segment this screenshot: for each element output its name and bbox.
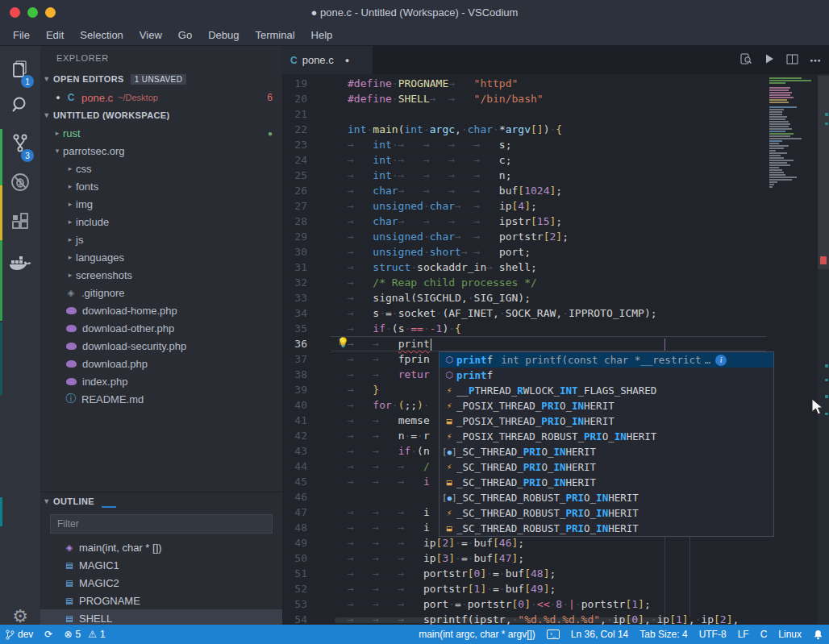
menu-debug[interactable]: Debug [200,26,247,44]
workspace-header[interactable]: ▼ UNTITLED (WORKSPACE) [40,106,282,124]
tree-item-screenshots[interactable]: ▸screenshots [40,266,282,284]
code-line-32[interactable]: 32→ /* Reap child processes */ [282,275,739,290]
code-line-51[interactable]: 51→ → → portstr[0]·=·buf[48]; [282,566,739,581]
tree-item-download-other-php[interactable]: download-other.php [40,319,282,337]
os-indicator[interactable]: Linux [773,625,807,644]
menu-go[interactable]: Go [170,26,200,44]
cursor-position[interactable]: Ln 36, Col 14 [565,625,634,644]
suggest-item[interactable]: ⬓_POSIX_THREAD_PRIO_INHERIT [439,413,773,429]
open-preview-icon[interactable] [739,52,752,68]
code-line-52[interactable]: 52→ → → portstr[1]·=·buf[49]; [282,581,739,596]
tab-size-indicator[interactable]: Tab Size: 4 [634,625,693,644]
menu-edit[interactable]: Edit [38,26,72,44]
activity-docker-button[interactable] [0,247,40,285]
tree-item-index-php[interactable]: index.php [40,372,282,390]
code-content[interactable]: 19#define·PROGNAME→ "httpd"20#define·SHE… [282,76,739,625]
code-line-23[interactable]: 23→ int·→ → → → s; [282,137,739,152]
language-indicator[interactable]: C [755,625,773,644]
activity-debug-disabled-button[interactable] [0,165,40,202]
code-line-49[interactable]: 49→ → → ip[2]·=·buf[46]; [282,535,739,551]
horizontal-scrollbar[interactable] [335,617,665,623]
tree-item-download-php[interactable]: download.php [40,355,282,372]
eol-indicator[interactable]: LF [732,625,755,644]
notifications-bell[interactable] [807,625,829,644]
outline-item-shell[interactable]: ▤SHELL [40,609,282,625]
more-actions-icon[interactable]: ⋯ [810,54,823,67]
suggest-item[interactable]: ⬓_SC_THREAD_PRIO_INHERIT [439,475,773,490]
code-line-28[interactable]: 28→ char→ → → → ipstr[15]; [282,214,739,229]
sync-button[interactable]: ⟳ [39,625,58,644]
tree-item-css[interactable]: ▸css [40,160,282,177]
suggest-item[interactable]: ⚡_SC_THREAD_PRIO_INHERIT [439,459,773,475]
tree-item-include[interactable]: ▸include [40,213,282,231]
code-line-20[interactable]: 20#define·SHELL→ → "/bin/bash" [282,91,739,106]
code-line-36[interactable]: 36→ → print [282,336,739,351]
menu-help[interactable]: Help [303,26,341,44]
tree-item-download-home-php[interactable]: download-home.php [40,301,282,319]
open-editors-header[interactable]: ▼ OPEN EDITORS 1 UNSAVED [40,70,282,88]
minimize-window-button[interactable] [45,7,56,18]
activity-search-button[interactable] [0,88,40,125]
tree-item--gitignore[interactable]: ◈.gitignore [40,284,282,301]
suggest-item[interactable]: ⬡printfint printf(const char *__restrict… [439,352,773,368]
outline-item-magic2[interactable]: ▤MAGIC2 [40,574,282,592]
code-line-30[interactable]: 30→ unsigned·short→ → port; [282,244,739,260]
problems-indicator[interactable]: ⊗5 ⚠1 [58,625,110,644]
tree-item-parrotsec-org[interactable]: ▾parrotsec.org [40,142,282,160]
tab-pone-c[interactable]: C pone.c ● [282,46,373,74]
code-line-27[interactable]: 27→ unsigned·char→ → ip[4]; [282,198,739,214]
open-editor-item-pone[interactable]: ● C pone.c ~/Desktop 6 [40,89,282,106]
tree-item-js[interactable]: ▸js [40,231,282,248]
activity-explorer-button[interactable]: 1 [0,52,40,89]
code-line-34[interactable]: 34→ s·=·socket·(AF_INET,·SOCK_RAW,·IPPRO… [282,305,739,321]
code-line-25[interactable]: 25→ int·→ → → → n; [282,168,739,183]
suggest-item[interactable]: ⚡_POSIX_THREAD_ROBUST_PRIO_INHERIT [439,429,773,444]
code-line-22[interactable]: 22int·main(int·argc,·char·*argv[])·{ [282,122,739,137]
maximize-window-button[interactable] [27,7,38,18]
code-line-31[interactable]: 31→ struct·sockaddr_in→ shell; [282,260,739,275]
menu-selection[interactable]: Selection [72,26,131,44]
tree-item-readme-md[interactable]: ⓘREADME.md [40,390,282,408]
suggest-item[interactable]: [●]_SC_THREAD_ROBUST_PRIO_INHERIT [439,490,773,505]
suggest-item[interactable]: ⚡__PTHREAD_RWLOCK_INT_FLAGS_SHARED [439,383,773,398]
code-line-26[interactable]: 26→ char→ → → → buf[1024]; [282,183,739,198]
menu-view[interactable]: View [131,26,170,44]
suggest-widget[interactable]: ⬡printfint printf(const char *__restrict… [439,351,774,537]
menu-terminal[interactable]: Terminal [247,26,302,44]
code-line-24[interactable]: 24→ int·→ → → → c; [282,152,739,168]
symbol-indicator[interactable]: main(int argc, char * argv[]) [413,625,541,644]
info-icon[interactable]: i [715,355,727,366]
tree-item-fonts[interactable]: ▸fonts [40,177,282,195]
code-editor[interactable]: 💡⚐ 19#define·PROGNAME→ "httpd"20#define·… [282,74,829,625]
terminal-button[interactable]: ›_ [541,625,565,644]
suggest-item[interactable]: ⬓_SC_THREAD_ROBUST_PRIO_INHERIT [439,521,773,536]
run-icon[interactable] [764,53,775,67]
overview-ruler[interactable] [818,74,829,625]
tree-item-download-security-php[interactable]: download-security.php [40,337,282,355]
close-window-button[interactable] [10,7,20,18]
outline-item-progname[interactable]: ▤PROGNAME [40,592,282,609]
tree-item-img[interactable]: ▸img [40,195,282,213]
scrollbar-slider[interactable] [818,76,829,269]
minimap[interactable] [766,74,818,625]
outline-filter-input[interactable]: Filter [50,514,273,534]
outline-header[interactable]: ▼ OUTLINE [40,492,282,509]
encoding-indicator[interactable]: UTF-8 [694,625,732,644]
code-line-53[interactable]: 53→ → → port·=·portstr[0]·<<·8·|·portstr… [282,596,739,612]
code-line-33[interactable]: 33→ signal(SIGCHLD,·SIG_IGN); [282,290,739,305]
suggest-item[interactable]: ⚡_POSIX_THREAD_PRIO_INHERIT [439,398,773,413]
suggest-item[interactable]: [●]_SC_THREAD_PRIO_INHERIT [439,444,773,459]
activity-extensions-button[interactable] [0,206,40,243]
code-line-29[interactable]: 29→ unsigned·char→ → portstr[2]; [282,229,739,244]
suggest-item[interactable]: ⬡printf [439,368,773,383]
split-editor-icon[interactable] [786,53,798,68]
activity-source-control-button[interactable]: 3 [0,127,40,164]
code-line-50[interactable]: 50→ → → ip[3]·=·buf[47]; [282,551,739,566]
git-branch-indicator[interactable]: dev [0,625,39,644]
menu-file[interactable]: File [5,26,38,44]
outline-item-main-int-char-[interactable]: ◈main(int, char * []) [40,538,282,556]
outline-item-magic1[interactable]: ▤MAGIC1 [40,556,282,574]
code-line-19[interactable]: 19#define·PROGNAME→ "httpd" [282,76,739,91]
code-line-35[interactable]: 35→ if·(s·==·-1)·{ [282,321,739,336]
tree-item-languages[interactable]: ▸languages [40,248,282,266]
